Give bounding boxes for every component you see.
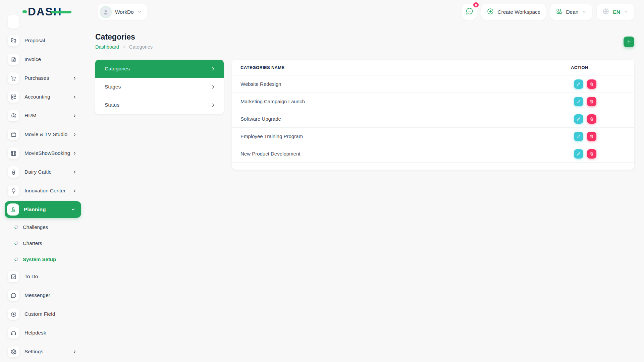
tab-stages[interactable]: Stages [95,78,224,96]
sidebar-item-movieshowbooking[interactable]: MovieShowBooking [0,144,83,163]
edit-button[interactable] [574,114,583,124]
tab-status[interactable]: Status [95,96,224,114]
sidebar-item-label: Proposal [24,38,45,44]
logo-accent-dash [22,10,27,13]
row-actions [571,114,634,124]
chevron-right-icon [72,151,77,156]
sidebar-item-to-do[interactable]: To Do [0,267,83,286]
dash-logo: DASH [22,4,62,19]
chevron-right-icon [211,84,216,89]
swap-icon [10,38,17,44]
delete-button[interactable] [587,79,596,89]
trash-icon [589,99,594,104]
chevron-down-icon [624,9,629,14]
chevron-right-icon [72,170,77,175]
circle-progress-icon [14,241,18,245]
grid-plus-icon [10,94,17,100]
edit-button[interactable] [574,97,583,106]
create-workspace-button[interactable]: Create Workspace [481,4,546,20]
sidebar-item-planning[interactable]: Planning [5,201,81,218]
tab-categories[interactable]: Categories [95,60,224,78]
edit-button[interactable] [574,132,583,141]
user-scan-icon [10,113,17,119]
messages-button[interactable]: 0 [462,4,477,20]
delete-button[interactable] [587,149,596,159]
sidebar-subitem-label: Charters [23,240,42,246]
add-category-button[interactable] [624,37,634,47]
category-name: Employee Training Program [232,133,571,139]
edit-button[interactable] [574,79,583,89]
pencil-icon [576,99,581,104]
column-header-action: ACTION [571,65,634,70]
sidebar-subitem-challenges[interactable]: Challenges [0,219,83,235]
notification-badge: 0 [473,2,479,8]
row-actions [571,149,634,159]
trash-icon [589,134,594,139]
sidebar-item-label: Movie & TV Studio [24,131,67,137]
cart-icon [10,75,17,81]
edit-button[interactable] [574,149,583,159]
logo-accent-bar [51,11,71,13]
tab-label: Stages [105,84,121,90]
chevron-right-icon [72,95,77,100]
chevron-down-icon [582,9,587,14]
circle-progress-icon [14,257,18,261]
sidebar-item-movie-tv-studio[interactable]: Movie & TV Studio [0,125,83,144]
row-actions [571,132,634,141]
category-name: Software Upgrade [232,116,571,122]
sidebar-item-dairy-cattle[interactable]: Dairy Cattle [0,163,83,181]
sidebar-item-custom-field[interactable]: Custom Field [0,305,83,323]
sidebar-item-settings[interactable]: Settings [0,342,83,361]
sidebar-subitem-charters[interactable]: Charters [0,235,83,251]
create-workspace-label: Create Workspace [497,9,540,15]
sidebar-subitem-system-setup[interactable]: System Setup [0,251,83,267]
user-menu[interactable]: Dean [550,4,592,20]
tab-label: Categories [105,66,130,72]
sidebar: ProposalInvoicePurchasesAccountingHRMMov… [0,24,83,362]
pencil-icon [576,117,581,121]
chevron-right-icon [72,113,77,118]
sidebar-item-proposal[interactable]: Proposal [0,31,83,50]
trash-icon [589,152,594,156]
sidebar-item-label: To Do [24,274,38,280]
topbar: DASH WorkDo 0 Create Workspace Dean [0,0,644,24]
sidebar-item-label: Settings [24,349,43,355]
row-actions [571,79,634,89]
breadcrumb-dashboard-link[interactable]: Dashboard [95,44,119,50]
tv-icon [10,131,17,138]
delete-button[interactable] [587,97,596,106]
chevron-right-icon [122,45,126,49]
table-row: Website Redesign [232,75,634,93]
row-actions [571,97,634,106]
chevron-right-icon [72,76,77,81]
sidebar-item-accounting[interactable]: Accounting [0,87,83,106]
sidebar-item-hrm[interactable]: HRM [0,106,83,125]
sidebar-item-label: MovieShowBooking [24,150,70,156]
sidebar-item-purchases[interactable]: Purchases [0,69,83,87]
avatar [100,6,112,18]
sidebar-item-innovation-center[interactable]: Innovation Center [0,181,83,200]
delete-button[interactable] [587,132,596,141]
sidebar-item-label: Accounting [24,94,50,100]
sidebar-item-invoice[interactable]: Invoice [0,50,83,69]
sidebar-item-helpdesk[interactable]: Helpdesk [0,323,83,342]
app-root: DASH WorkDo 0 Create Workspace Dean [0,0,644,362]
pencil-icon [576,152,581,156]
trash-icon [589,117,594,121]
table-row: Marketing Campaign Launch [232,93,634,110]
language-menu[interactable]: EN [597,4,634,20]
delete-button[interactable] [587,114,596,124]
film-icon [10,150,17,157]
chevron-right-icon [72,132,77,137]
workspace-label: WorkDo [115,9,134,15]
chevron-down-icon [137,9,142,14]
sidebar-item-label: Custom Field [24,311,55,317]
workspace-selector[interactable]: WorkDo [98,4,147,20]
traffic-cone-icon [10,206,16,213]
language-label: EN [613,9,620,15]
main-content: Categories Dashboard Categories Categori… [95,24,634,60]
gear-icon [10,349,17,355]
sidebar-item-messenger[interactable]: Messenger [0,286,83,305]
plus-circle-icon [487,8,494,15]
user-menu-label: Dean [566,9,578,15]
